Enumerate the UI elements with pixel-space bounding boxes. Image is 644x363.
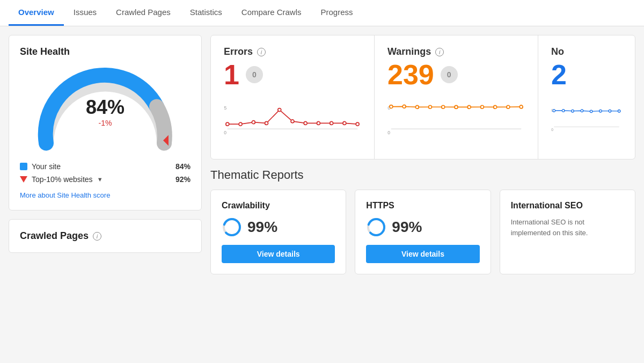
site-health-card: Site Health 84% -1%	[9, 35, 202, 210]
notices-value: 2	[551, 61, 567, 89]
crawlability-view-details-button[interactable]: View details	[222, 245, 335, 263]
https-score-row: 99%	[366, 217, 479, 237]
svg-point-39	[618, 110, 620, 113]
svg-point-33	[562, 110, 565, 112]
legend-item-your-site: Your site 84%	[20, 162, 191, 171]
tab-progress[interactable]: Progress	[311, 0, 363, 26]
svg-point-13	[343, 121, 346, 125]
svg-point-35	[581, 110, 583, 112]
top10-value: 92%	[175, 175, 191, 184]
errors-header: Errors i	[224, 46, 361, 57]
metrics-row: Errors i 1 0 025 Warnings i 239 0	[210, 35, 635, 159]
crawlability-card: Crawlability 99% View details	[210, 190, 346, 274]
warnings-title: Warnings	[387, 46, 431, 57]
warnings-info-icon[interactable]: i	[435, 48, 444, 56]
notices-block: No 2 0250	[538, 35, 635, 159]
main-content: Site Health 84% -1%	[0, 26, 644, 359]
svg-point-27	[507, 105, 510, 108]
errors-chart: 025	[224, 93, 361, 147]
notices-value-row: 2	[551, 61, 622, 89]
report-cards-row: Crawlability 99% View details HTTPS	[210, 190, 635, 274]
legend: Your site 84% Top-10% websites ▼ 92%	[20, 162, 191, 184]
crawled-pages-title: Crawled Pages	[20, 230, 89, 242]
tab-compare-crawls[interactable]: Compare Crawls	[232, 0, 311, 26]
gauge-percent: 84%	[86, 96, 125, 119]
crawled-pages-title-row: Crawled Pages i	[20, 230, 191, 242]
your-site-value: 84%	[175, 162, 191, 171]
tab-crawled-pages[interactable]: Crawled Pages	[106, 0, 180, 26]
notices-header: No	[551, 46, 622, 57]
svg-point-9	[291, 120, 294, 123]
https-view-details-button[interactable]: View details	[366, 245, 479, 263]
svg-point-23	[455, 105, 458, 108]
https-card: HTTPS 99% View details	[355, 190, 491, 274]
svg-point-10	[304, 121, 307, 125]
left-column: Site Health 84% -1%	[9, 35, 202, 351]
crawlability-title: Crawlability	[222, 201, 335, 210]
svg-point-5	[239, 122, 242, 126]
international-seo-card: International SEO International SEO is n…	[500, 190, 635, 274]
errors-info-icon[interactable]: i	[257, 48, 266, 56]
svg-point-21	[429, 105, 432, 108]
crawled-pages-card: Crawled Pages i	[9, 219, 202, 253]
svg-text:0: 0	[224, 130, 226, 135]
https-title: HTTPS	[366, 201, 479, 210]
notices-title: No	[551, 46, 564, 57]
legend-item-top10: Top-10% websites ▼ 92%	[20, 175, 191, 184]
svg-point-34	[572, 110, 574, 112]
top10-triangle-icon	[20, 176, 27, 183]
thematic-section: Thematic Reports Crawlability 99% View d…	[210, 168, 635, 351]
international-seo-description: International SEO is not implemented on …	[511, 217, 624, 238]
tabs-bar: Overview Issues Crawled Pages Statistics…	[0, 0, 644, 26]
errors-value-row: 1 0	[224, 61, 361, 89]
errors-badge: 0	[246, 66, 263, 83]
svg-point-38	[609, 110, 611, 112]
svg-point-37	[599, 110, 602, 112]
svg-point-22	[442, 105, 445, 108]
svg-point-19	[402, 105, 406, 108]
top10-label: Top-10% websites	[32, 175, 93, 184]
right-column: Errors i 1 0 025 Warnings i 239 0	[210, 35, 635, 351]
more-about-site-health-link[interactable]: More about Site Health score	[20, 191, 110, 199]
international-seo-title: International SEO	[511, 201, 624, 210]
top10-chevron-icon[interactable]: ▼	[97, 176, 103, 183]
crawled-pages-info-icon[interactable]: i	[93, 232, 101, 241]
warnings-block: Warnings i 239 0 0300	[375, 35, 538, 159]
svg-point-41	[224, 219, 240, 235]
warnings-badge: 0	[441, 66, 458, 83]
warnings-header: Warnings i	[387, 46, 525, 57]
your-site-label: Your site	[32, 162, 61, 171]
svg-point-20	[415, 105, 419, 108]
tab-overview[interactable]: Overview	[9, 0, 64, 26]
thematic-reports-title: Thematic Reports	[210, 168, 635, 182]
warnings-value: 239	[387, 61, 434, 89]
svg-point-11	[317, 121, 320, 125]
site-health-title: Site Health	[20, 46, 191, 57]
errors-title: Errors	[224, 46, 253, 57]
crawlability-score-row: 99%	[222, 217, 335, 237]
errors-block: Errors i 1 0 025	[211, 35, 375, 159]
errors-value: 1	[224, 61, 239, 89]
svg-point-36	[590, 110, 592, 113]
svg-text:0: 0	[551, 128, 553, 132]
gauge-center: 84% -1%	[86, 96, 125, 127]
svg-point-25	[480, 105, 484, 108]
https-circle-icon	[366, 217, 386, 237]
svg-point-18	[390, 105, 393, 108]
svg-point-8	[278, 108, 281, 112]
warnings-chart: 0300	[387, 93, 525, 147]
tab-issues[interactable]: Issues	[64, 0, 106, 26]
svg-point-12	[330, 121, 333, 125]
gauge-change: -1%	[86, 119, 125, 127]
https-score: 99%	[392, 219, 422, 236]
gauge-container: 84% -1%	[20, 64, 191, 158]
svg-point-26	[494, 105, 497, 108]
svg-point-28	[519, 105, 523, 108]
svg-point-24	[467, 105, 471, 108]
svg-point-4	[226, 122, 229, 126]
crawlability-circle-icon	[222, 217, 242, 237]
svg-point-32	[553, 110, 555, 112]
crawlability-score: 99%	[247, 219, 277, 236]
notices-chart: 0250	[551, 93, 622, 147]
tab-statistics[interactable]: Statistics	[180, 0, 232, 26]
